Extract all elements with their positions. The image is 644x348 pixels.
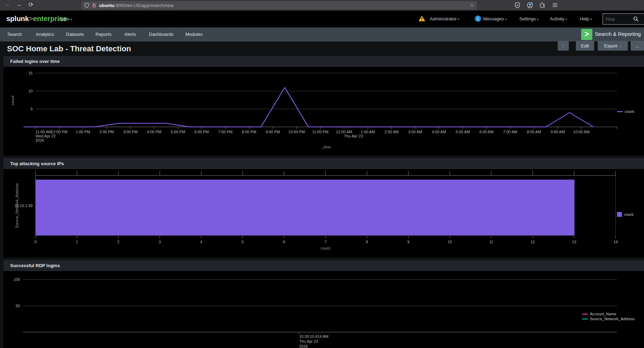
protections-shield-icon[interactable]	[514, 2, 520, 8]
bookmark-star-icon[interactable]: ☆	[469, 2, 474, 8]
nav-datasets[interactable]: Datasets	[66, 32, 84, 37]
svg-text:3:00 AM: 3:00 AM	[408, 130, 422, 134]
nav-alerts[interactable]: Alerts	[124, 32, 136, 37]
svg-text:12: 12	[531, 240, 535, 244]
legend-label: Account_Name	[590, 312, 616, 316]
nav-search[interactable]: Search	[7, 32, 22, 37]
svg-text:11: 11	[489, 240, 493, 244]
svg-text:9: 9	[407, 240, 409, 244]
svg-text:2026: 2026	[35, 138, 44, 142]
panel-failed-logins: Failed logins over time 51015count11:00 …	[4, 56, 644, 156]
svg-text:count: count	[321, 246, 330, 250]
activity-menu[interactable]: Activity▾	[550, 16, 567, 21]
edit-button[interactable]: Edit	[576, 41, 594, 51]
extensions-puzzle-icon[interactable]	[539, 2, 545, 8]
svg-text:10:00 PM: 10:00 PM	[288, 130, 305, 134]
account-icon[interactable]	[527, 2, 533, 8]
browser-toolbar: ← → ⟳ ubuntu:8000/en-US/app/search/new ☆	[0, 0, 644, 11]
svg-text:10:30:10.414 AM: 10:30:10.414 AM	[299, 334, 328, 339]
panel-top-attacking-ips: Top attacking source IPs 012345678910111…	[4, 158, 644, 258]
svg-text:2: 2	[117, 240, 119, 244]
svg-text:13: 13	[572, 240, 576, 244]
legend-label: Source_Network_Address	[590, 317, 635, 321]
favorite-star-button[interactable]: ☆	[558, 41, 569, 51]
legend-swatch-source-network-address	[582, 318, 588, 320]
svg-text:Thu Apr 23: Thu Apr 23	[299, 339, 318, 343]
menu-hamburger-icon[interactable]	[552, 2, 558, 8]
svg-text:9:00 AM: 9:00 AM	[551, 130, 565, 134]
back-icon[interactable]: ←	[4, 1, 12, 8]
svg-text:1: 1	[76, 240, 78, 244]
svg-text:100: 100	[14, 277, 20, 282]
nav-modules[interactable]: Modules	[185, 32, 203, 37]
svg-text:8: 8	[366, 240, 368, 244]
svg-text:3:00 PM: 3:00 PM	[123, 130, 138, 134]
svg-text:_time: _time	[321, 145, 331, 149]
svg-text:2:00 PM: 2:00 PM	[99, 130, 114, 134]
svg-text:0: 0	[34, 240, 37, 244]
svg-text:5: 5	[31, 107, 33, 111]
panel-header: Successful RDP logins	[4, 260, 644, 271]
chevron-down-icon: ▾	[590, 18, 592, 21]
svg-text:14: 14	[613, 240, 618, 244]
nav-reports[interactable]: Reports	[96, 32, 112, 37]
panel-header: Top attacking source IPs	[4, 158, 644, 169]
dashboard-title: SOC Home Lab - Threat Detection	[7, 44, 131, 53]
warning-triangle-icon[interactable]	[418, 15, 426, 22]
user-menu[interactable]: Administrator▾	[430, 16, 459, 21]
app-name-label[interactable]: Search & Reporting	[595, 31, 641, 37]
forward-icon[interactable]: →	[15, 1, 23, 8]
panel-header: Failed logins over time	[4, 56, 644, 67]
find-search-box[interactable]	[603, 13, 644, 25]
more-actions-button[interactable]: ...	[631, 41, 644, 51]
panel-title: Failed logins over time	[10, 59, 60, 64]
nav-analytics[interactable]: Analytics	[36, 32, 54, 37]
chart-legend: Source_Network_Address	[582, 317, 635, 321]
apps-menu[interactable]: Apps▾	[59, 16, 72, 21]
svg-text:6: 6	[283, 240, 285, 244]
svg-text:4:00 AM: 4:00 AM	[432, 130, 446, 134]
svg-text:Thu Apr 23: Thu Apr 23	[344, 134, 363, 138]
svg-text:5: 5	[242, 240, 244, 244]
svg-text:7:00 PM: 7:00 PM	[218, 130, 232, 134]
address-bar[interactable]: ubuntu:8000/en-US/app/search/new ☆	[81, 1, 477, 9]
svg-text:8:00 PM: 8:00 PM	[242, 130, 256, 134]
svg-text:5:00 PM: 5:00 PM	[171, 130, 185, 134]
svg-text:12:00 PM: 12:00 PM	[51, 130, 67, 134]
chart-legend: count	[617, 109, 634, 114]
svg-text:7:00 AM: 7:00 AM	[503, 130, 517, 134]
messages-menu[interactable]: Messages▾	[483, 16, 507, 21]
failed-logins-line-chart[interactable]: 51015count11:00 AMWed Apr 22202612:00 PM…	[4, 67, 644, 156]
svg-text:count: count	[11, 96, 15, 105]
svg-text:8:00 AM: 8:00 AM	[527, 130, 541, 134]
svg-text:6:00 AM: 6:00 AM	[479, 130, 493, 134]
legend-label: count	[625, 109, 634, 114]
settings-menu[interactable]: Settings▾	[519, 16, 539, 21]
chevron-down-icon: ▾	[505, 18, 507, 21]
rdp-logins-line-chart[interactable]: 5010010:30:10.414 AMThu Apr 232026	[4, 271, 644, 348]
top-ips-bar-chart[interactable]: 0123456789101112131410.10.1.59Source_Net…	[4, 169, 644, 258]
svg-text:5:00 AM: 5:00 AM	[456, 130, 470, 134]
svg-text:2:00 AM: 2:00 AM	[385, 130, 399, 134]
url-text: ubuntu:8000/en-US/app/search/new	[99, 3, 173, 8]
chevron-down-icon: ▾	[620, 45, 622, 48]
insecure-lock-icon[interactable]	[92, 3, 97, 8]
export-button[interactable]: Export ▾	[598, 41, 628, 51]
chevron-down-icon: ▾	[458, 18, 460, 21]
chart-legend: count	[617, 212, 633, 217]
search-reporting-app-icon[interactable]: >	[581, 29, 592, 40]
svg-text:12:00 AM: 12:00 AM	[336, 130, 352, 134]
svg-text:Wed Apr 22: Wed Apr 22	[35, 134, 55, 138]
legend-label: count	[624, 212, 633, 217]
chevron-down-icon: ▾	[565, 18, 567, 21]
nav-dashboards[interactable]: Dashboards	[149, 32, 173, 37]
legend-swatch-account-name	[582, 314, 588, 315]
svg-text:11:00 AM: 11:00 AM	[35, 130, 52, 134]
panel-title: Top attacking source IPs	[10, 161, 64, 166]
reload-icon[interactable]: ⟳	[27, 1, 35, 8]
search-icon[interactable]	[633, 16, 639, 22]
svg-text:10: 10	[448, 240, 452, 244]
shield-permissions-icon[interactable]	[84, 3, 89, 8]
find-input[interactable]	[606, 17, 633, 22]
help-menu[interactable]: Help▾	[580, 16, 592, 21]
